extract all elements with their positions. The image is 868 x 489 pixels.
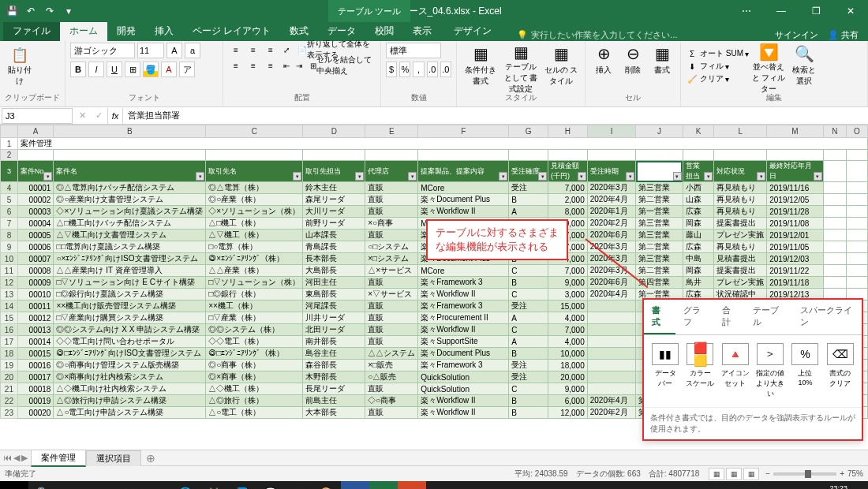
cell[interactable]: 15,000: [548, 300, 588, 312]
font-size-input[interactable]: [137, 43, 164, 58]
cell[interactable]: 00008: [17, 265, 54, 277]
qa-clear[interactable]: ⌫書式の クリア: [825, 343, 855, 399]
cell[interactable]: 大島部長: [303, 265, 365, 277]
filter-drop-icon[interactable]: ▾: [814, 172, 822, 181]
cell[interactable]: 2020年2月: [587, 407, 636, 419]
qa-iconset[interactable]: 🔺アイコン セット: [720, 343, 750, 399]
filter-drop-icon[interactable]: ▾: [408, 172, 417, 181]
cell[interactable]: □▽ソリューション（株）: [206, 277, 303, 289]
cancel-formula-icon[interactable]: ✕: [74, 110, 91, 121]
cell[interactable]: 00020: [17, 407, 54, 419]
cell[interactable]: 00014: [17, 336, 54, 348]
cell[interactable]: 直販: [365, 277, 418, 289]
minimize-icon[interactable]: —: [764, 0, 799, 22]
row-head[interactable]: 4: [1, 182, 18, 194]
cell[interactable]: ◎□ｴﾝｼﾞﾆｱﾘﾝｸﾞ（株）: [206, 348, 303, 360]
cell[interactable]: [587, 360, 636, 371]
cell[interactable]: 7,000: [548, 324, 588, 336]
page-layout-view-icon[interactable]: ▦: [726, 468, 742, 480]
cell[interactable]: 前島主任: [303, 395, 365, 407]
cell[interactable]: 提案書提出: [714, 218, 767, 230]
row-head[interactable]: 8: [1, 230, 18, 241]
row-head[interactable]: 1: [1, 138, 18, 150]
cell[interactable]: B: [509, 277, 548, 289]
cell[interactable]: 提案書提出: [714, 265, 767, 277]
signin-link[interactable]: サインイン: [775, 29, 818, 41]
align-left-icon[interactable]: ≡: [228, 58, 244, 73]
cell[interactable]: 直販: [365, 383, 418, 395]
tab-design[interactable]: デザイン: [444, 21, 501, 41]
cell[interactable]: 楽々Framework 3: [418, 277, 509, 289]
cell[interactable]: △◇機工（株）: [206, 383, 303, 395]
sheet-first-icon[interactable]: ⏮: [3, 453, 12, 463]
cell[interactable]: △◎旅行向け申請システム構築: [54, 395, 206, 407]
cell[interactable]: 9,000: [548, 383, 588, 395]
cell[interactable]: プレゼン実施: [714, 230, 767, 241]
qa-tab-tables[interactable]: テーブル: [745, 300, 791, 334]
store-icon[interactable]: 🛍: [142, 481, 170, 489]
cell[interactable]: 山森: [683, 194, 713, 206]
orientation-icon[interactable]: ⤢: [281, 43, 292, 57]
grid[interactable]: ABCDEFGHIJKLMNO1案件管理23案件No▾案件名▾取引先名▾取引先担…: [0, 125, 868, 450]
cell[interactable]: 河尾課長: [303, 300, 365, 312]
phonetic-icon[interactable]: ア: [179, 62, 195, 77]
cell[interactable]: A: [509, 312, 548, 324]
cell[interactable]: □◎銀行（株）: [206, 289, 303, 300]
cell[interactable]: 10,000: [548, 348, 588, 360]
cell[interactable]: 2019/11/28: [767, 206, 824, 218]
cell[interactable]: ◎○商事向け管理システム版売構築: [54, 360, 206, 371]
cell[interactable]: 2019/11/08: [767, 218, 824, 230]
underline-button[interactable]: U: [107, 62, 122, 77]
cell[interactable]: 2020年4月: [587, 194, 636, 206]
cell[interactable]: 楽々Document Plus: [418, 348, 509, 360]
cell[interactable]: 2020年6月: [587, 277, 636, 289]
powerpoint-icon[interactable]: P: [398, 481, 426, 489]
maximize-icon[interactable]: ❐: [799, 0, 833, 22]
col-head[interactable]: A: [17, 125, 54, 138]
sheet-prev-icon[interactable]: ◀: [13, 453, 20, 463]
cell[interactable]: 4,000: [548, 336, 588, 348]
app-icon-2[interactable]: 💬: [256, 481, 284, 489]
col-head[interactable]: [1, 125, 18, 138]
tab-file[interactable]: ファイル: [3, 21, 60, 41]
row-head[interactable]: 18: [1, 348, 18, 360]
cell[interactable]: ◎◎システム向け X X 申請システム構築: [54, 324, 206, 336]
cell[interactable]: QuickSolution: [418, 383, 509, 395]
cell[interactable]: 東島部長: [303, 289, 365, 300]
decimal-inc-icon[interactable]: .0: [427, 62, 438, 77]
cell[interactable]: 長本部長: [303, 253, 365, 265]
cell[interactable]: 北田リーダ: [303, 324, 365, 336]
filter-drop-icon[interactable]: ▾: [538, 172, 547, 181]
cell[interactable]: QuickSolution: [418, 371, 509, 383]
word-icon[interactable]: W: [341, 481, 369, 489]
table-header[interactable]: 案件No▾: [17, 161, 54, 182]
indent-dec-icon[interactable]: ⇤: [281, 58, 291, 73]
filter-drop-icon[interactable]: ▾: [355, 172, 364, 181]
cell[interactable]: 9,000: [548, 277, 588, 289]
qa-tab-format[interactable]: 書式: [644, 300, 675, 334]
cell[interactable]: 再見積もり: [714, 241, 767, 253]
cell[interactable]: ×▽サービス: [365, 289, 418, 300]
insert-button[interactable]: ⊕挿入: [590, 43, 617, 90]
cell[interactable]: MCore: [418, 265, 509, 277]
cell[interactable]: 00016: [17, 360, 54, 371]
cell[interactable]: ◇×ソリューション向け稟議システム構築: [54, 206, 206, 218]
sheet-next-icon[interactable]: ▶: [21, 453, 28, 463]
edge-icon[interactable]: e: [85, 481, 114, 489]
cell[interactable]: ○×ｴﾝｼﾞﾆｱﾘﾝｸﾞ向けISO文書管理システム: [54, 253, 206, 265]
cell[interactable]: 楽々SupportSite: [418, 336, 509, 348]
cell[interactable]: 7,000: [548, 182, 588, 194]
undo-icon[interactable]: ↶: [24, 4, 38, 18]
row-head[interactable]: 16: [1, 324, 18, 336]
cell[interactable]: ××機工向け販売管理システム構築: [54, 300, 206, 312]
cell[interactable]: ◎◎システム（株）: [206, 324, 303, 336]
row-head[interactable]: 5: [1, 194, 18, 206]
cell[interactable]: C: [509, 324, 548, 336]
cell[interactable]: 12,000: [548, 407, 588, 419]
cell[interactable]: □▽産業向け購買システム構築: [54, 312, 206, 324]
col-head[interactable]: N: [823, 125, 846, 138]
row-head[interactable]: 12: [1, 277, 18, 289]
cell[interactable]: [587, 336, 636, 348]
filter-drop-icon[interactable]: ▾: [196, 172, 204, 181]
cell[interactable]: 楽々Document Plus: [418, 194, 509, 206]
